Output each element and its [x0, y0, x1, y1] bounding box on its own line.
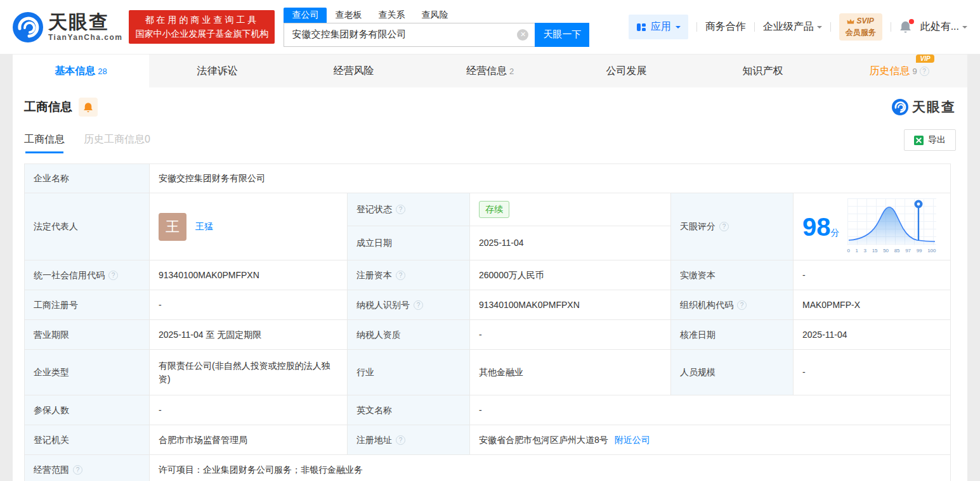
help-icon[interactable]: ? — [414, 300, 423, 310]
field-label-taxpayer-id: 纳税人识别号 ? — [348, 290, 470, 320]
field-value-reg-number: - — [150, 290, 348, 320]
field-label-company-type: 企业类型 — [25, 350, 150, 395]
tab-basic-info[interactable]: 基本信息 28 — [13, 55, 149, 87]
field-label-reg-number: 工商注册号 — [25, 290, 150, 320]
field-value-paid-capital: - — [794, 260, 951, 290]
score-unit: 分 — [831, 228, 840, 238]
field-label-business-term: 营业期限 — [25, 320, 150, 350]
tab-operating-risk[interactable]: 经营风险 — [285, 55, 422, 87]
help-icon[interactable]: ? — [108, 271, 118, 280]
score-curve — [847, 198, 936, 245]
help-icon[interactable]: ? — [920, 67, 929, 76]
field-label-score: 天眼评分 ? — [671, 193, 794, 260]
tab-company-development[interactable]: 公司发展 — [558, 55, 695, 87]
divider — [891, 22, 891, 32]
field-label-reg-authority: 登记机关 — [25, 425, 150, 455]
enterprise-products-link[interactable]: 企业级产品 — [763, 20, 822, 34]
field-label-legal-rep: 法定代表人 — [25, 193, 150, 260]
search-tab-boss[interactable]: 查老板 — [327, 8, 370, 23]
tianyancha-logo[interactable]: 天眼查 TianYanCha.com — [13, 12, 122, 42]
field-value-industry: 其他金融业 — [470, 350, 671, 395]
table-row: 企业名称 安徽交控集团财务有限公司 — [25, 164, 951, 193]
field-value-reg-status: 存续 — [470, 193, 671, 226]
caret-down-icon — [676, 26, 681, 31]
help-icon[interactable]: ? — [396, 205, 405, 214]
watermark-text: 天眼查 — [912, 98, 956, 116]
table-row: 统一社会信用代码 ? 91340100MAK0PMFPXN 注册资本 ? 260… — [25, 260, 951, 290]
business-info-card: 工商信息 天眼查 工商信息 历史工商信息0 导出 — [13, 87, 967, 481]
section-title: 工商信息 — [24, 99, 72, 115]
help-icon[interactable]: ? — [737, 300, 747, 310]
field-label-insured-count: 参保人数 — [25, 395, 150, 425]
field-value-business-scope: 许可项目：企业集团财务公司服务；非银行金融业务 — [150, 455, 951, 481]
help-icon[interactable]: ? — [719, 222, 729, 231]
legal-rep-link[interactable]: 王猛 — [195, 220, 213, 233]
table-row: 企业类型 有限责任公司(非自然人投资或控股的法人独资) 行业 其他金融业 人员规… — [25, 350, 951, 395]
field-value-insured-count: - — [150, 395, 348, 425]
help-icon[interactable]: ? — [396, 435, 405, 445]
brand-domain: TianYanCha.com — [48, 34, 122, 42]
status-badge: 存续 — [479, 201, 509, 218]
search-area: 查公司 查老板 查关系 查风险 ✕ 天眼一下 — [284, 8, 589, 47]
nearby-companies-link[interactable]: 附近公司 — [615, 433, 650, 447]
table-row: 经营范围 ? 许可项目：企业集团财务公司服务；非银行金融业务 — [25, 455, 951, 481]
excel-icon — [914, 136, 924, 145]
brand-name: 天眼查 — [48, 12, 122, 32]
field-value-score: 98分 — [794, 193, 951, 260]
field-label-paid-capital: 实缴资本 — [671, 260, 794, 290]
field-value-taxpayer-id: 91340100MAK0PMFPXN — [470, 290, 671, 320]
field-label-company-name: 企业名称 — [25, 164, 150, 193]
user-menu[interactable]: 此处有... — [920, 20, 967, 34]
field-value-credit-code: 91340100MAK0PMFPXN — [150, 260, 348, 290]
field-label-industry: 行业 — [348, 350, 470, 395]
divider — [754, 22, 755, 32]
tab-intellectual-property[interactable]: 知识产权 — [695, 55, 831, 87]
search-tab-relation[interactable]: 查关系 — [370, 8, 413, 23]
search-input[interactable] — [284, 23, 535, 47]
tab-operating-info[interactable]: 经营信息 2 — [422, 55, 558, 87]
field-value-business-term: 2025-11-04 至 无固定期限 — [150, 320, 348, 350]
field-label-staff-size: 人员规模 — [671, 350, 794, 395]
field-value-legal-rep: 王 王猛 — [150, 193, 348, 260]
search-tabs: 查公司 查老板 查关系 查风险 — [284, 8, 589, 23]
business-cooperation-link[interactable]: 商务合作 — [705, 20, 746, 34]
help-icon[interactable]: ? — [396, 271, 405, 280]
crown-icon — [847, 18, 854, 25]
field-label-approval-date: 核准日期 — [671, 320, 794, 350]
field-value-taxpayer-quality: - — [470, 320, 671, 350]
top-header: 天眼查 TianYanCha.com 都在用的商业查询工具 国家中小企业发展子基… — [0, 0, 980, 55]
apps-label: 应用 — [651, 20, 671, 34]
field-label-reg-capital: 注册资本 ? — [348, 260, 470, 290]
field-value-establish-date: 2025-11-04 — [470, 226, 671, 260]
tab-count: 2 — [509, 67, 514, 76]
announcement-bell-icon — [83, 102, 93, 113]
search-tab-company[interactable]: 查公司 — [284, 8, 327, 23]
field-label-english-name: 英文名称 — [348, 395, 470, 425]
field-value-org-code: MAK0PMFP-X — [794, 290, 951, 320]
table-row: 参保人数 - 英文名称 - — [25, 395, 951, 425]
notifications-button[interactable] — [899, 20, 912, 34]
promo-line2: 国家中小企业发展子基金旗下机构 — [135, 27, 268, 41]
export-button[interactable]: 导出 — [904, 129, 956, 151]
score-chart-ticks: 0131550859799100 — [847, 247, 936, 255]
apps-menu-button[interactable]: 应用 — [629, 15, 688, 39]
tab-legal-litigation[interactable]: 法律诉讼 — [149, 55, 285, 87]
search-clear-icon[interactable]: ✕ — [517, 29, 528, 41]
field-value-company-type: 有限责任公司(非自然人投资或控股的法人独资) — [150, 350, 348, 395]
search-button[interactable]: 天眼一下 — [535, 23, 589, 47]
table-row: 工商注册号 - 纳税人识别号 ? 91340100MAK0PMFPXN 组织机构… — [25, 290, 951, 320]
tab-history-info[interactable]: 历史信息 9 ? VIP — [831, 55, 967, 87]
tianyancha-logo-icon — [13, 12, 43, 42]
field-label-taxpayer-quality: 纳税人资质 — [348, 320, 470, 350]
business-info-table: 企业名称 安徽交控集团财务有限公司 法定代表人 王 王猛 登记状态 ? 存续 天… — [24, 164, 951, 481]
help-icon[interactable]: ? — [73, 465, 82, 475]
svip-membership-button[interactable]: SVIP 会员服务 — [839, 13, 882, 41]
field-value-reg-authority: 合肥市市场监督管理局 — [150, 425, 348, 455]
legal-rep-avatar[interactable]: 王 — [159, 213, 186, 241]
subtab-business-info[interactable]: 工商信息 — [24, 133, 65, 153]
subscribe-button[interactable] — [79, 98, 98, 117]
search-tab-risk[interactable]: 查风险 — [413, 8, 456, 23]
subtab-history-business-info[interactable]: 历史工商信息0 — [84, 133, 150, 153]
tianyancha-watermark: 天眼查 — [892, 98, 956, 116]
field-label-credit-code: 统一社会信用代码 ? — [25, 260, 150, 290]
